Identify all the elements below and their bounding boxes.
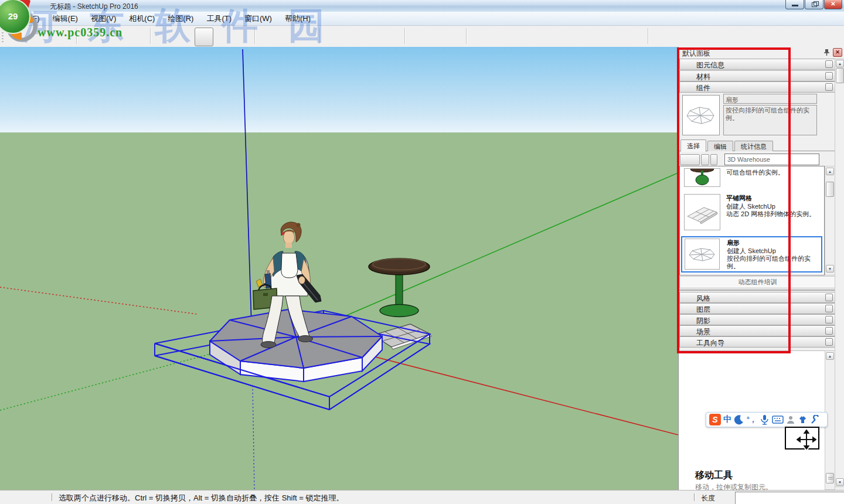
menu-tools[interactable]: 工具(T): [200, 12, 238, 25]
default-tray-panel: 默认面板 ✕ 图元信息 材料 组件 扇形: [678, 47, 844, 490]
ime-toolbar: S 中 °，: [706, 412, 828, 427]
dynamic-components-training-button[interactable]: 动态组件培训: [679, 276, 836, 288]
skin-icon[interactable]: [798, 415, 808, 424]
sogou-logo-icon[interactable]: S: [709, 414, 721, 425]
main-toolbar: [0, 26, 844, 47]
minimize-icon: [792, 5, 798, 6]
section-styles[interactable]: 风格: [679, 292, 836, 303]
menu-help[interactable]: 帮助(H): [278, 12, 317, 25]
entity-info-checkbox[interactable]: [825, 60, 833, 68]
viewport-3d[interactable]: [0, 47, 678, 490]
section-materials[interactable]: 材料: [679, 70, 836, 81]
sky: [0, 47, 678, 132]
wrench-icon[interactable]: [810, 415, 819, 424]
tab-select[interactable]: 选择: [680, 139, 706, 152]
components-tabs: 选择 编辑 统计信息: [679, 139, 835, 151]
menu-view[interactable]: 视图(V): [84, 12, 122, 25]
component-description-field[interactable]: 按径向排列的可组合组件的实例。: [723, 105, 817, 135]
component-preview-thumbnail: [682, 95, 720, 135]
components-checkbox[interactable]: [825, 83, 833, 91]
section-components[interactable]: 组件: [679, 81, 836, 93]
nav-forward-button[interactable]: [701, 154, 709, 165]
instructor-body: 移动，拉伸或复制图元。: [695, 482, 772, 490]
account-icon[interactable]: [786, 415, 795, 424]
keyboard-icon[interactable]: [772, 416, 784, 424]
scroll-up-button[interactable]: ▲: [836, 60, 844, 67]
menu-file[interactable]: 文件(F): [8, 12, 46, 25]
pin-icon[interactable]: [823, 49, 830, 57]
moon-icon[interactable]: [734, 414, 744, 425]
list-item-thumbnail[interactable]: [684, 168, 720, 187]
instructor-checkbox[interactable]: [825, 338, 833, 346]
menu-window[interactable]: 窗口(W): [238, 12, 278, 25]
section-label: 材料: [696, 72, 710, 82]
tab-edit[interactable]: 编辑: [707, 141, 733, 151]
list-item-title[interactable]: 平铺网格: [726, 194, 752, 203]
styles-checkbox[interactable]: [825, 294, 833, 301]
component-preview: 扇形 按径向排列的可组合组件的实例。: [679, 93, 836, 137]
in-model-button[interactable]: [710, 154, 717, 165]
scroll-down-button[interactable]: ▼: [826, 265, 834, 273]
menu-draw[interactable]: 绘图(R): [161, 12, 200, 25]
toolbar-separator: [648, 28, 649, 44]
tab-statistics[interactable]: 统计信息: [734, 141, 773, 151]
section-scenes[interactable]: 场景: [679, 325, 836, 336]
fan-thumbnail-icon: [683, 96, 719, 135]
shadows-checkbox[interactable]: [825, 316, 833, 323]
toolbar-button[interactable]: [195, 28, 213, 46]
scroll-down-button[interactable]: ▼: [836, 478, 844, 486]
scrollbar-thumb[interactable]: [826, 473, 834, 483]
list-item-thumbnail[interactable]: [684, 194, 720, 230]
microphone-icon[interactable]: [759, 414, 770, 425]
scroll-up-button[interactable]: ▲: [826, 352, 834, 360]
section-shadows[interactable]: 阴影: [679, 314, 836, 325]
section-entity-info[interactable]: 图元信息: [679, 59, 836, 70]
panel-header[interactable]: 默认面板 ✕: [679, 47, 844, 59]
window-title: 无标题 - SketchUp Pro 2016: [50, 2, 138, 12]
scrollbar-thumb[interactable]: [826, 182, 834, 197]
close-button[interactable]: ✕: [824, 0, 842, 9]
menu-edit[interactable]: 编辑(E): [46, 12, 84, 25]
statusbar-grip: [694, 493, 695, 501]
components-toolbar: 3D Warehouse: [679, 153, 835, 167]
component-list-scrollbar[interactable]: ▲ ▼: [825, 166, 835, 275]
section-instructor[interactable]: 工具向导: [679, 336, 836, 348]
scroll-up-button[interactable]: ▲: [826, 168, 834, 175]
layers-checkbox[interactable]: [825, 305, 833, 312]
move-cursor-indicator: [785, 427, 819, 449]
minimize-button[interactable]: [785, 0, 804, 9]
title-bar[interactable]: 无标题 - SketchUp Pro 2016 ✕: [0, 0, 844, 12]
menu-bar: 文件(F) 编辑(E) 视图(V) 相机(C) 绘图(R) 工具(T) 窗口(W…: [0, 12, 844, 26]
list-item-title: 扇形: [727, 239, 740, 247]
list-item-description: 按径向排列的可组合组件的实例。: [727, 255, 819, 270]
scrollbar-thumb[interactable]: [836, 68, 844, 83]
materials-checkbox[interactable]: [825, 72, 833, 80]
ground: [0, 132, 678, 490]
restore-button[interactable]: [805, 0, 823, 9]
list-item-thumbnail: [685, 239, 720, 270]
list-item-description: 动态 2D 网格排列物体的实例。: [726, 210, 821, 218]
section-label: 场景: [696, 327, 710, 337]
warehouse-dropdown[interactable]: 3D Warehouse: [724, 154, 819, 165]
punctuation-icon[interactable]: °，: [747, 415, 757, 425]
section-layers[interactable]: 图层: [679, 303, 836, 314]
menu-camera[interactable]: 相机(C): [122, 12, 161, 25]
chinese-mode-icon[interactable]: 中: [723, 414, 731, 425]
component-name-field[interactable]: 扇形: [723, 94, 817, 104]
status-bar: 选取两个点进行移动。Ctrl = 切换拷贝，Alt = 切换自动折叠，按住 Sh…: [0, 490, 844, 504]
scenes-checkbox[interactable]: [825, 327, 833, 335]
restore-icon: [812, 2, 817, 7]
section-label: 阴影: [696, 316, 710, 326]
panel-close-button[interactable]: ✕: [833, 48, 842, 57]
list-item-description[interactable]: 可组合组件的实例。: [726, 169, 820, 176]
measurement-input[interactable]: [735, 492, 844, 504]
toolbar-separator: [466, 28, 467, 44]
panel-scrollbar[interactable]: ▲ ▼: [835, 59, 844, 487]
list-item-selected[interactable]: 扇形 创建人 SketchUp 按径向排列的可组合组件的实例。: [681, 236, 822, 273]
toolbar-grip[interactable]: [2, 29, 4, 43]
status-hint: 选取两个点进行移动。Ctrl = 切换拷贝，Alt = 切换自动折叠，按住 Sh…: [59, 493, 343, 503]
section-label: 图层: [696, 305, 710, 315]
list-item-creator: 创建人 SketchUp: [726, 202, 775, 211]
panel-title: 默认面板: [682, 49, 710, 59]
nav-back-button[interactable]: [680, 154, 700, 165]
